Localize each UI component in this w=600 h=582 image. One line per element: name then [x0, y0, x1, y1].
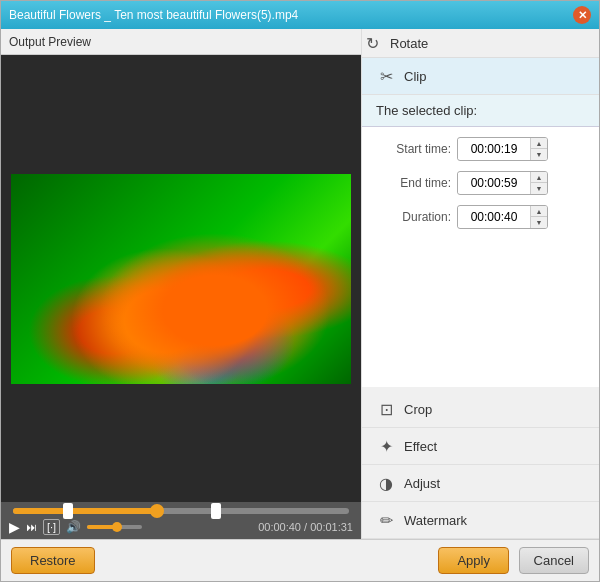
clip-section: The selected clip: Start time: ▲ ▼ — [362, 95, 599, 387]
effect-tool-item[interactable]: ✦ Effect — [362, 428, 599, 465]
adjust-icon: ◑ — [376, 473, 396, 493]
step-forward-button[interactable]: ⏭ — [26, 521, 37, 533]
timeline-track[interactable] — [13, 508, 349, 514]
volume-thumb[interactable] — [112, 522, 122, 532]
duration-input-wrap: ▲ ▼ — [457, 205, 548, 229]
main-window: Beautiful Flowers _ Ten most beautiful F… — [0, 0, 600, 582]
clip-mark-button[interactable]: [·] — [43, 519, 60, 535]
close-button[interactable]: ✕ — [573, 6, 591, 24]
controls-area: ▶ ⏭ [·] 🔊 00:00:40 / 00:01:31 — [1, 502, 361, 539]
trim-handle-left[interactable] — [63, 503, 73, 519]
adjust-label: Adjust — [404, 476, 440, 491]
footer-bar: Restore Apply Cancel — [1, 539, 599, 581]
clip-header: The selected clip: — [362, 95, 599, 127]
video-frame — [11, 174, 351, 384]
duration-spin: ▲ ▼ — [530, 206, 547, 228]
duration-input[interactable] — [458, 207, 530, 227]
duration-row: Duration: ▲ ▼ — [376, 205, 585, 229]
end-time-input[interactable] — [458, 173, 530, 193]
timeline-row — [9, 508, 353, 514]
start-time-spin-down[interactable]: ▼ — [531, 149, 547, 160]
right-panel: ↻ Rotate ✂ Clip The selected clip: Start… — [361, 29, 599, 539]
end-time-input-wrap: ▲ ▼ — [457, 171, 548, 195]
timeline-thumb[interactable] — [150, 504, 164, 518]
crop-label: Crop — [404, 402, 432, 417]
playback-row: ▶ ⏭ [·] 🔊 00:00:40 / 00:01:31 — [9, 519, 353, 535]
clip-tool-item[interactable]: ✂ Clip — [362, 58, 599, 95]
tools-bottom: ⊡ Crop ✦ Effect ◑ Adjust ✏ Watermark — [362, 387, 599, 539]
adjust-tool-item[interactable]: ◑ Adjust — [362, 465, 599, 502]
duration-label: Duration: — [376, 210, 451, 224]
volume-icon: 🔊 — [66, 520, 81, 534]
end-time-spin-up[interactable]: ▲ — [531, 172, 547, 183]
effect-label: Effect — [404, 439, 437, 454]
trim-handle-right[interactable] — [211, 503, 221, 519]
selected-clip-title: The selected clip: — [362, 95, 599, 126]
clip-label: Clip — [404, 69, 426, 84]
watermark-icon: ✏ — [376, 510, 396, 530]
crop-icon: ⊡ — [376, 399, 396, 419]
duration-spin-down[interactable]: ▼ — [531, 217, 547, 228]
volume-slider[interactable] — [87, 525, 142, 529]
crop-tool-item[interactable]: ⊡ Crop — [362, 391, 599, 428]
start-time-row: Start time: ▲ ▼ — [376, 137, 585, 161]
duration-spin-up[interactable]: ▲ — [531, 206, 547, 217]
output-preview-label: Output Preview — [1, 29, 361, 55]
restore-button[interactable]: Restore — [11, 547, 95, 574]
time-display: 00:00:40 / 00:01:31 — [258, 521, 353, 533]
watermark-tool-item[interactable]: ✏ Watermark — [362, 502, 599, 539]
start-time-input-wrap: ▲ ▼ — [457, 137, 548, 161]
timeline-fill — [13, 508, 157, 514]
watermark-label: Watermark — [404, 513, 467, 528]
video-area — [1, 55, 361, 502]
start-time-input[interactable] — [458, 139, 530, 159]
rotate-label: Rotate — [390, 36, 428, 51]
clip-fields: Start time: ▲ ▼ End time: — [362, 127, 599, 249]
title-bar: Beautiful Flowers _ Ten most beautiful F… — [1, 1, 599, 29]
right-footer-buttons: Apply Cancel — [438, 547, 589, 574]
apply-button[interactable]: Apply — [438, 547, 509, 574]
end-time-row: End time: ▲ ▼ — [376, 171, 585, 195]
cancel-button[interactable]: Cancel — [519, 547, 589, 574]
rotate-icon: ↻ — [362, 33, 382, 53]
left-panel: Output Preview ▶ ⏭ [·] 🔊 — [1, 29, 361, 539]
start-time-label: Start time: — [376, 142, 451, 156]
start-time-spin-up[interactable]: ▲ — [531, 138, 547, 149]
clip-icon: ✂ — [376, 66, 396, 86]
play-button[interactable]: ▶ — [9, 520, 20, 534]
end-time-label: End time: — [376, 176, 451, 190]
window-title: Beautiful Flowers _ Ten most beautiful F… — [9, 8, 298, 22]
end-time-spin: ▲ ▼ — [530, 172, 547, 194]
rotate-tool-item[interactable]: ↻ Rotate — [362, 29, 599, 58]
effect-icon: ✦ — [376, 436, 396, 456]
main-content: Output Preview ▶ ⏭ [·] 🔊 — [1, 29, 599, 539]
start-time-spin: ▲ ▼ — [530, 138, 547, 160]
end-time-spin-down[interactable]: ▼ — [531, 183, 547, 194]
